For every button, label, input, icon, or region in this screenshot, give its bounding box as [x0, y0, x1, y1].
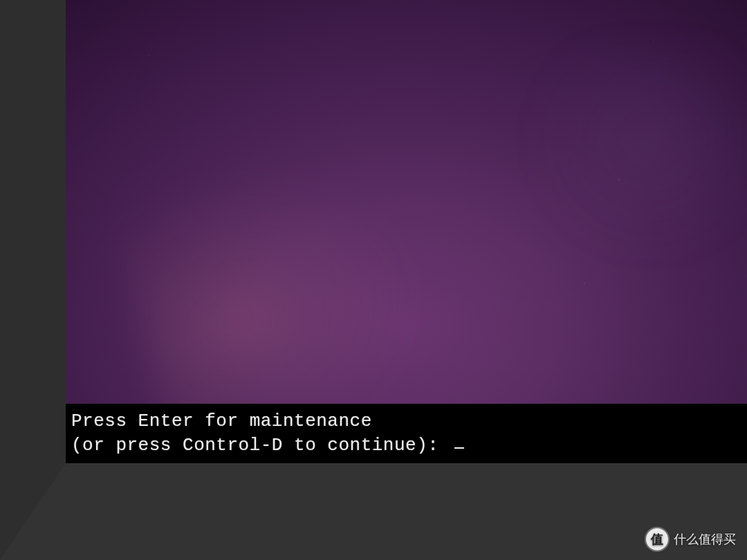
screen-area: Press Enter for maintenance (or press Co… [66, 0, 747, 463]
dust-speckles [66, 0, 747, 463]
console-prompt-strip[interactable]: Press Enter for maintenance (or press Co… [66, 404, 747, 463]
console-line-1: Press Enter for maintenance [71, 409, 741, 433]
watermark-badge-icon: 值 [646, 528, 668, 550]
console-line-2: (or press Control-D to continue): [71, 433, 741, 458]
watermark-text: 什么值得买 [674, 531, 736, 548]
cursor-icon [454, 447, 464, 449]
watermark: 值 什么值得买 [646, 528, 736, 550]
console-line-2-text: (or press Control-D to continue): [71, 435, 450, 456]
